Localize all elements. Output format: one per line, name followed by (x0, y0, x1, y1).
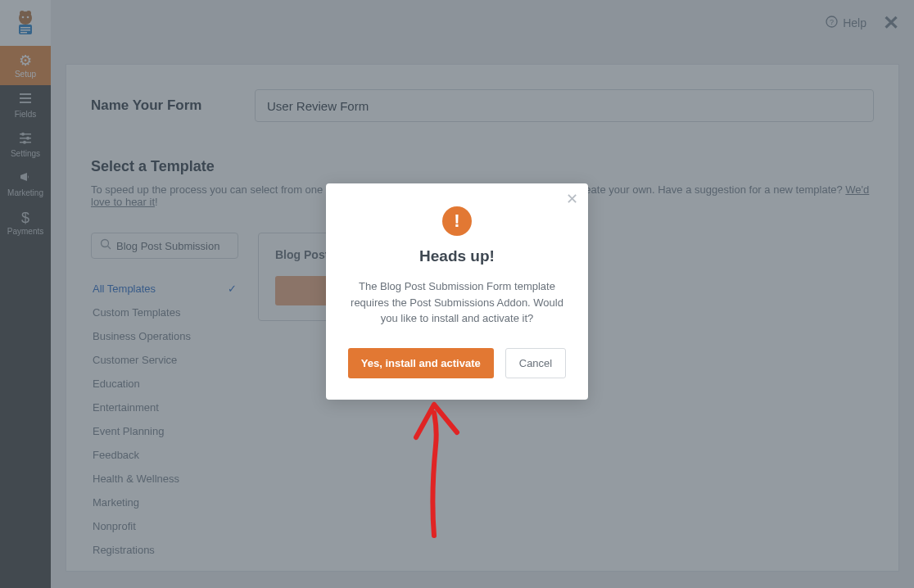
modal-body: The Blog Post Submission Form template r… (346, 278, 568, 327)
modal-confirm-button[interactable]: Yes, install and activate (348, 348, 494, 378)
modal-cancel-button[interactable]: Cancel (505, 348, 566, 378)
modal-buttons: Yes, install and activate Cancel (346, 348, 568, 378)
modal-overlay: ✕ ! Heads up! The Blog Post Submission F… (0, 0, 914, 588)
alert-icon: ! (442, 206, 472, 236)
modal-title: Heads up! (346, 247, 568, 265)
modal-close-icon[interactable]: ✕ (566, 192, 578, 206)
confirm-modal: ✕ ! Heads up! The Blog Post Submission F… (326, 183, 588, 400)
